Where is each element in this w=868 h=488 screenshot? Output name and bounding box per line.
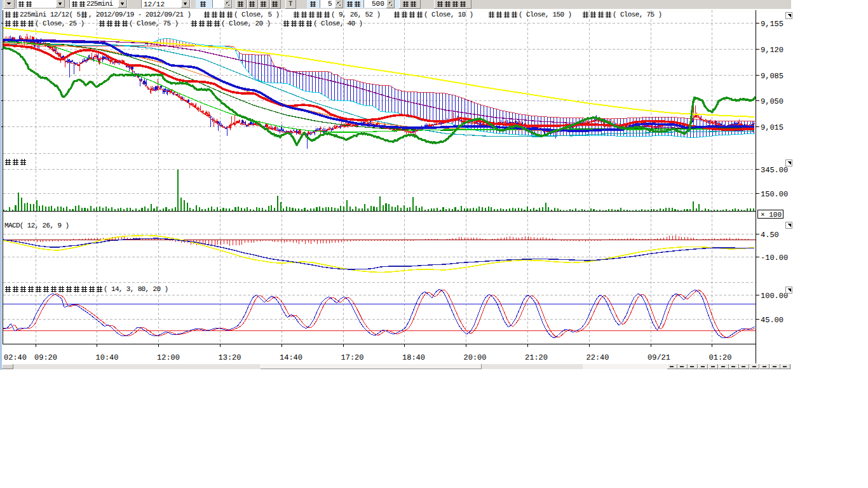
svg-text:( Close, 40 ): ( Close, 40 ) [313, 20, 363, 28]
svg-text:345.00: 345.00 [761, 166, 788, 175]
svg-text:( Close, 20 ): ( Close, 20 ) [221, 20, 271, 28]
svg-text:12:00: 12:00 [157, 353, 180, 362]
svg-text:MACD( 12, 26, 9 ): MACD( 12, 26, 9 ) [4, 222, 69, 230]
svg-text:17:20: 17:20 [341, 353, 364, 362]
svg-text:13:20: 13:20 [219, 353, 241, 362]
svg-text:( Close, 25 ): ( Close, 25 ) [35, 20, 85, 28]
svg-text:20:00: 20:00 [464, 353, 487, 362]
svg-text:14:40: 14:40 [280, 353, 302, 362]
svg-text:22:40: 22:40 [587, 353, 609, 362]
svg-text:( Close, 150 ): ( Close, 150 ) [519, 11, 572, 19]
svg-text:9,015: 9,015 [761, 123, 783, 132]
svg-text:21:20: 21:20 [525, 353, 548, 362]
svg-text:( Close, 5 ): ( Close, 5 ) [234, 11, 280, 19]
svg-text:100.00: 100.00 [761, 292, 788, 301]
svg-text:4.50: 4.50 [761, 231, 779, 240]
svg-text:9,155: 9,155 [761, 20, 783, 29]
svg-text:9,085: 9,085 [761, 72, 783, 81]
svg-text:-10.00: -10.00 [761, 254, 788, 262]
svg-text:225mini: 225mini [86, 1, 113, 8]
svg-text:5: 5 [328, 1, 332, 8]
svg-text:01:20: 01:20 [709, 353, 732, 362]
svg-text:( 14, 3, 80, 20 ): ( 14, 3, 80, 20 ) [104, 286, 168, 294]
svg-text:02:40: 02:40 [4, 353, 27, 362]
svg-text:, 2012/09/19 - 2012/09/21 ): , 2012/09/19 - 2012/09/21 ) [88, 11, 191, 19]
svg-text:( 9, 26, 52 ): ( 9, 26, 52 ) [331, 11, 381, 19]
svg-text:( Close, 10 ): ( Close, 10 ) [424, 11, 473, 19]
svg-text:× 100: × 100 [761, 212, 782, 219]
svg-text:09:20: 09:20 [34, 353, 57, 362]
svg-text:9,050: 9,050 [761, 97, 783, 106]
svg-text:225mini 12/12( 5: 225mini 12/12( 5 [20, 11, 81, 19]
svg-text:T: T [288, 1, 293, 8]
svg-text:( Close, 75 ): ( Close, 75 ) [129, 20, 179, 28]
svg-text:09/21: 09/21 [648, 353, 670, 362]
svg-text:500: 500 [372, 1, 384, 8]
svg-text:150.00: 150.00 [761, 190, 788, 199]
svg-text:45.00: 45.00 [761, 316, 783, 325]
svg-text:9,120: 9,120 [761, 46, 783, 55]
svg-text:18:40: 18:40 [402, 353, 425, 362]
svg-text:12/12: 12/12 [144, 1, 165, 9]
svg-text:10:40: 10:40 [96, 353, 119, 362]
svg-text:( Close, 75 ): ( Close, 75 ) [613, 11, 662, 19]
